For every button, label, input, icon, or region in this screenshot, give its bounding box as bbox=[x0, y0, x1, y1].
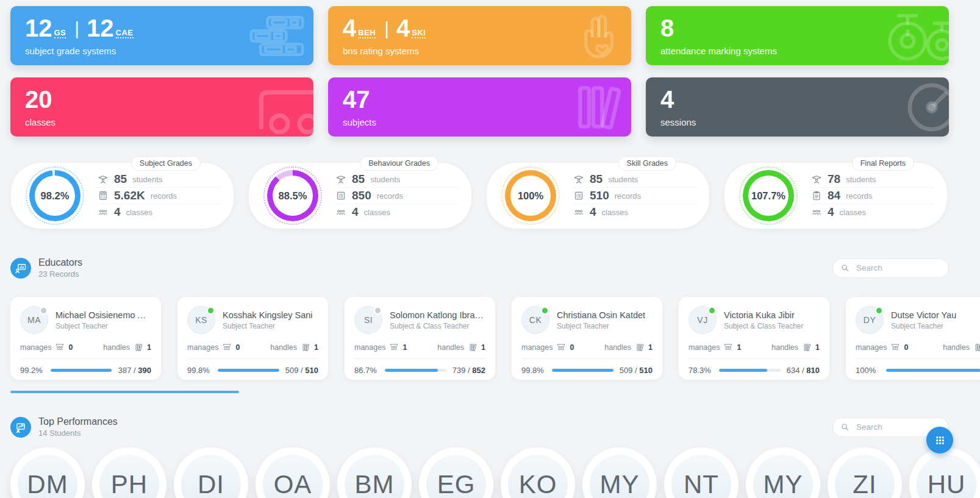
student-avatar[interactable]: MY bbox=[582, 447, 657, 498]
grade-stats: 85 students 510 records 4 classes bbox=[573, 171, 697, 220]
student-avatar[interactable]: ZI bbox=[828, 447, 902, 498]
search-icon bbox=[840, 263, 850, 273]
student-avatar[interactable]: KO bbox=[501, 447, 575, 498]
group-icon bbox=[98, 207, 109, 218]
avatar-initials: SI bbox=[364, 315, 373, 325]
stat-card-bns-rating-systems[interactable]: 4 BEH | 4 SKI bns rating systems bbox=[328, 6, 631, 65]
manages-stat: manages 1 bbox=[689, 343, 741, 352]
educator-card[interactable]: DY Dutse Victor Yau Subject Teacher mana… bbox=[846, 297, 980, 380]
stat-card-sessions[interactable]: 4 sessions bbox=[646, 77, 949, 137]
educators-search-input[interactable] bbox=[855, 263, 941, 273]
hand-peace-icon bbox=[573, 10, 625, 62]
horizontal-scrollbar[interactable] bbox=[10, 391, 239, 393]
progress-fraction: 387 / 390 bbox=[118, 366, 151, 375]
student-avatar[interactable]: DI bbox=[174, 447, 248, 498]
handles-label: handles bbox=[103, 343, 130, 352]
manages-count: 1 bbox=[737, 343, 741, 352]
educator-card[interactable]: CK Christiana Osin Katdet Subject Teache… bbox=[512, 297, 662, 380]
student-avatar[interactable]: PH bbox=[92, 447, 166, 498]
grade-card-subject-grades[interactable]: Subject Grades 98.2% 85 students 5. bbox=[10, 162, 234, 229]
educators-search[interactable] bbox=[832, 258, 949, 278]
educator-stats: manages 0 handles 1 bbox=[187, 343, 318, 352]
progress-percent: 86.7% bbox=[354, 366, 379, 375]
apps-grid-button[interactable] bbox=[926, 427, 953, 454]
student-avatar[interactable]: BM bbox=[337, 447, 412, 498]
educator-name-block: Kosshak Kingsley Sani Subject Teacher bbox=[223, 310, 313, 330]
educator-card[interactable]: KS Kosshak Kingsley Sani Subject Teacher… bbox=[177, 297, 328, 380]
books-icon bbox=[973, 343, 980, 352]
student-avatar[interactable]: MY bbox=[746, 447, 820, 498]
handles-count: 1 bbox=[815, 343, 820, 352]
avatar-initials: NT bbox=[684, 470, 719, 498]
divider bbox=[521, 358, 653, 359]
manages-stat: manages 0 bbox=[521, 343, 574, 352]
performances-search-input[interactable] bbox=[855, 422, 941, 432]
student-avatar[interactable]: EG bbox=[419, 447, 493, 498]
student-icon bbox=[573, 174, 584, 185]
books-icon bbox=[468, 343, 477, 352]
educator-stats: manages 1 handles 1 bbox=[354, 343, 485, 352]
educator-progress: 99.8% 509 / 510 bbox=[521, 366, 653, 375]
group-icon bbox=[811, 207, 822, 218]
classes-unit: classes bbox=[602, 208, 628, 217]
avatar: SI bbox=[354, 306, 382, 334]
educator-card[interactable]: MA Michael Osisienemo Ak... Subject Teac… bbox=[10, 297, 161, 380]
grade-card-skill-grades[interactable]: Skill Grades 100% 85 students 510 bbox=[486, 162, 710, 229]
educator-card[interactable]: SI Solomon Katlong Ibrahi... Subject & C… bbox=[345, 297, 495, 380]
books-icon bbox=[571, 79, 628, 135]
progress-bar bbox=[385, 369, 446, 372]
stat-card-subjects[interactable]: 47 subjects bbox=[328, 77, 631, 137]
records-row: 5.62K records bbox=[98, 187, 221, 204]
students-count: 85 bbox=[590, 173, 603, 186]
stat-unit: GS bbox=[54, 29, 66, 38]
manages-label: manages bbox=[354, 343, 385, 352]
manages-count: 1 bbox=[402, 343, 407, 352]
performances-header-left: Top Performances 14 Students bbox=[10, 416, 118, 438]
educator-name: Dutse Victor Yau bbox=[891, 310, 956, 320]
stat-value: 4 bbox=[396, 16, 410, 40]
grade-card-final-reports[interactable]: Final Reports 107.7% 78 students 84 bbox=[724, 162, 948, 229]
educator-progress: 99.8% 509 / 510 bbox=[187, 366, 318, 375]
student-icon bbox=[811, 174, 822, 185]
progress-fraction: 634 / 810 bbox=[787, 366, 820, 375]
educators-section-header: Educators 23 Records bbox=[10, 257, 949, 279]
avatar-initials: MY bbox=[600, 470, 640, 498]
manages-stat: manages 0 bbox=[856, 343, 908, 352]
student-avatar[interactable]: NT bbox=[664, 447, 739, 498]
student-avatar[interactable]: OA bbox=[256, 447, 330, 498]
avatar-initials: OA bbox=[274, 470, 312, 498]
educator-progress: 100% bbox=[856, 366, 980, 375]
progress-bar bbox=[552, 369, 613, 372]
stat-card-subject-grade-systems[interactable]: 12 GS | 12 CAE subject grade systems bbox=[10, 6, 313, 65]
stat-card-classes[interactable]: 20 classes bbox=[10, 77, 313, 137]
avatar-initials: DM bbox=[27, 470, 68, 498]
skill-grades-donut: 100% bbox=[501, 166, 560, 225]
stat-value: 12 bbox=[87, 16, 114, 40]
section-title: Top Performances bbox=[38, 416, 118, 427]
stat-label: sessions bbox=[660, 117, 934, 127]
educator-name: Kosshak Kingsley Sani bbox=[223, 310, 313, 320]
grade-card-behaviour-grades[interactable]: Behaviour Grades 88.5% 85 students bbox=[248, 162, 472, 229]
educators-header-left: Educators 23 Records bbox=[10, 257, 82, 279]
final-reports-donut: 107.7% bbox=[739, 166, 798, 225]
stat-card-attendance-marking-systems[interactable]: 8 attendance marking systems bbox=[646, 6, 949, 65]
students-row: 78 students bbox=[811, 171, 935, 187]
student-avatar[interactable]: DM bbox=[10, 447, 85, 498]
records-unit: records bbox=[151, 191, 177, 201]
educator-progress: 86.7% 739 / 852 bbox=[354, 366, 485, 375]
group-icon bbox=[573, 207, 584, 218]
avatar: CK bbox=[521, 306, 549, 334]
students-row: 85 students bbox=[573, 171, 697, 187]
group-icon bbox=[335, 207, 346, 218]
educator-card[interactable]: VJ Victoria Kuka Jibir Subject & Class T… bbox=[679, 297, 829, 380]
handles-stat: handles 1 bbox=[771, 343, 820, 352]
educators-section-icon bbox=[10, 258, 31, 279]
manages-count: 0 bbox=[570, 343, 574, 352]
stat-cards-row-2: 20 classes 47 subjects 4 sessions bbox=[10, 77, 949, 137]
student-avatar[interactable]: HU bbox=[909, 447, 980, 498]
grade-stats: 78 students 84 records 4 classes bbox=[811, 171, 935, 220]
educator-role: Subject Teacher bbox=[223, 322, 313, 330]
manages-label: manages bbox=[521, 343, 553, 352]
records-count: 850 bbox=[352, 189, 371, 202]
records-unit: records bbox=[377, 191, 403, 201]
